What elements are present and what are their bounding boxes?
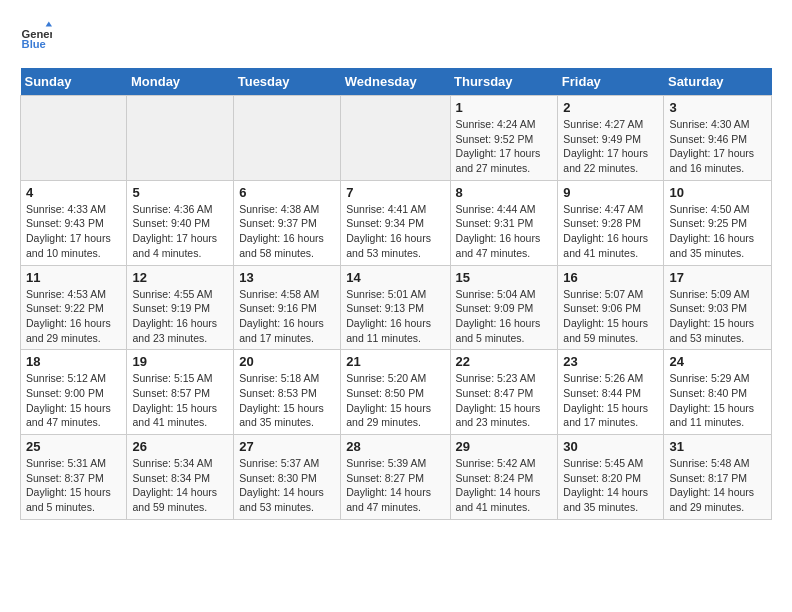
day-info: Sunrise: 4:53 AM Sunset: 9:22 PM Dayligh… — [26, 287, 121, 346]
day-info: Sunrise: 4:24 AM Sunset: 9:52 PM Dayligh… — [456, 117, 553, 176]
calendar-week-row: 4Sunrise: 4:33 AM Sunset: 9:43 PM Daylig… — [21, 180, 772, 265]
calendar-cell: 1Sunrise: 4:24 AM Sunset: 9:52 PM Daylig… — [450, 96, 558, 181]
day-info: Sunrise: 5:20 AM Sunset: 8:50 PM Dayligh… — [346, 371, 444, 430]
day-number: 15 — [456, 270, 553, 285]
weekday-header-monday: Monday — [127, 68, 234, 96]
weekday-header-tuesday: Tuesday — [234, 68, 341, 96]
day-number: 16 — [563, 270, 658, 285]
day-number: 11 — [26, 270, 121, 285]
calendar-cell: 26Sunrise: 5:34 AM Sunset: 8:34 PM Dayli… — [127, 435, 234, 520]
day-number: 17 — [669, 270, 766, 285]
day-number: 14 — [346, 270, 444, 285]
day-number: 29 — [456, 439, 553, 454]
calendar-cell: 14Sunrise: 5:01 AM Sunset: 9:13 PM Dayli… — [341, 265, 450, 350]
day-info: Sunrise: 4:38 AM Sunset: 9:37 PM Dayligh… — [239, 202, 335, 261]
day-number: 5 — [132, 185, 228, 200]
day-number: 27 — [239, 439, 335, 454]
calendar-cell: 29Sunrise: 5:42 AM Sunset: 8:24 PM Dayli… — [450, 435, 558, 520]
day-number: 7 — [346, 185, 444, 200]
calendar-cell: 12Sunrise: 4:55 AM Sunset: 9:19 PM Dayli… — [127, 265, 234, 350]
day-info: Sunrise: 4:30 AM Sunset: 9:46 PM Dayligh… — [669, 117, 766, 176]
day-info: Sunrise: 4:55 AM Sunset: 9:19 PM Dayligh… — [132, 287, 228, 346]
day-info: Sunrise: 4:47 AM Sunset: 9:28 PM Dayligh… — [563, 202, 658, 261]
day-info: Sunrise: 4:36 AM Sunset: 9:40 PM Dayligh… — [132, 202, 228, 261]
calendar-cell: 6Sunrise: 4:38 AM Sunset: 9:37 PM Daylig… — [234, 180, 341, 265]
day-number: 4 — [26, 185, 121, 200]
calendar-cell: 8Sunrise: 4:44 AM Sunset: 9:31 PM Daylig… — [450, 180, 558, 265]
calendar-cell: 3Sunrise: 4:30 AM Sunset: 9:46 PM Daylig… — [664, 96, 772, 181]
calendar-cell: 20Sunrise: 5:18 AM Sunset: 8:53 PM Dayli… — [234, 350, 341, 435]
day-info: Sunrise: 4:44 AM Sunset: 9:31 PM Dayligh… — [456, 202, 553, 261]
day-info: Sunrise: 4:41 AM Sunset: 9:34 PM Dayligh… — [346, 202, 444, 261]
calendar-cell: 31Sunrise: 5:48 AM Sunset: 8:17 PM Dayli… — [664, 435, 772, 520]
calendar-cell: 23Sunrise: 5:26 AM Sunset: 8:44 PM Dayli… — [558, 350, 664, 435]
calendar-cell — [21, 96, 127, 181]
day-number: 23 — [563, 354, 658, 369]
day-info: Sunrise: 5:01 AM Sunset: 9:13 PM Dayligh… — [346, 287, 444, 346]
day-number: 1 — [456, 100, 553, 115]
weekday-header-sunday: Sunday — [21, 68, 127, 96]
calendar-cell — [127, 96, 234, 181]
day-info: Sunrise: 5:42 AM Sunset: 8:24 PM Dayligh… — [456, 456, 553, 515]
day-info: Sunrise: 5:29 AM Sunset: 8:40 PM Dayligh… — [669, 371, 766, 430]
calendar-week-row: 18Sunrise: 5:12 AM Sunset: 9:00 PM Dayli… — [21, 350, 772, 435]
day-info: Sunrise: 5:45 AM Sunset: 8:20 PM Dayligh… — [563, 456, 658, 515]
day-info: Sunrise: 5:39 AM Sunset: 8:27 PM Dayligh… — [346, 456, 444, 515]
calendar-week-row: 11Sunrise: 4:53 AM Sunset: 9:22 PM Dayli… — [21, 265, 772, 350]
day-info: Sunrise: 4:50 AM Sunset: 9:25 PM Dayligh… — [669, 202, 766, 261]
calendar-cell — [234, 96, 341, 181]
day-number: 31 — [669, 439, 766, 454]
day-number: 26 — [132, 439, 228, 454]
calendar-cell: 7Sunrise: 4:41 AM Sunset: 9:34 PM Daylig… — [341, 180, 450, 265]
day-number: 22 — [456, 354, 553, 369]
day-number: 10 — [669, 185, 766, 200]
day-number: 20 — [239, 354, 335, 369]
svg-marker-2 — [46, 22, 52, 27]
day-info: Sunrise: 5:31 AM Sunset: 8:37 PM Dayligh… — [26, 456, 121, 515]
day-number: 12 — [132, 270, 228, 285]
day-info: Sunrise: 5:12 AM Sunset: 9:00 PM Dayligh… — [26, 371, 121, 430]
calendar-cell: 13Sunrise: 4:58 AM Sunset: 9:16 PM Dayli… — [234, 265, 341, 350]
day-info: Sunrise: 5:23 AM Sunset: 8:47 PM Dayligh… — [456, 371, 553, 430]
calendar-cell: 30Sunrise: 5:45 AM Sunset: 8:20 PM Dayli… — [558, 435, 664, 520]
day-info: Sunrise: 5:26 AM Sunset: 8:44 PM Dayligh… — [563, 371, 658, 430]
calendar-cell: 21Sunrise: 5:20 AM Sunset: 8:50 PM Dayli… — [341, 350, 450, 435]
day-info: Sunrise: 4:58 AM Sunset: 9:16 PM Dayligh… — [239, 287, 335, 346]
calendar-cell: 16Sunrise: 5:07 AM Sunset: 9:06 PM Dayli… — [558, 265, 664, 350]
weekday-header-friday: Friday — [558, 68, 664, 96]
day-info: Sunrise: 5:04 AM Sunset: 9:09 PM Dayligh… — [456, 287, 553, 346]
calendar-cell: 28Sunrise: 5:39 AM Sunset: 8:27 PM Dayli… — [341, 435, 450, 520]
day-info: Sunrise: 5:37 AM Sunset: 8:30 PM Dayligh… — [239, 456, 335, 515]
svg-text:Blue: Blue — [22, 38, 46, 50]
day-number: 28 — [346, 439, 444, 454]
day-info: Sunrise: 4:33 AM Sunset: 9:43 PM Dayligh… — [26, 202, 121, 261]
page-header: General Blue — [20, 20, 772, 52]
calendar-body: 1Sunrise: 4:24 AM Sunset: 9:52 PM Daylig… — [21, 96, 772, 520]
calendar-cell: 4Sunrise: 4:33 AM Sunset: 9:43 PM Daylig… — [21, 180, 127, 265]
day-number: 19 — [132, 354, 228, 369]
day-number: 3 — [669, 100, 766, 115]
calendar-cell: 2Sunrise: 4:27 AM Sunset: 9:49 PM Daylig… — [558, 96, 664, 181]
day-number: 8 — [456, 185, 553, 200]
calendar-week-row: 1Sunrise: 4:24 AM Sunset: 9:52 PM Daylig… — [21, 96, 772, 181]
calendar-table: SundayMondayTuesdayWednesdayThursdayFrid… — [20, 68, 772, 520]
calendar-cell: 27Sunrise: 5:37 AM Sunset: 8:30 PM Dayli… — [234, 435, 341, 520]
logo-icon: General Blue — [20, 20, 52, 52]
calendar-cell: 11Sunrise: 4:53 AM Sunset: 9:22 PM Dayli… — [21, 265, 127, 350]
calendar-cell: 22Sunrise: 5:23 AM Sunset: 8:47 PM Dayli… — [450, 350, 558, 435]
calendar-cell: 10Sunrise: 4:50 AM Sunset: 9:25 PM Dayli… — [664, 180, 772, 265]
day-info: Sunrise: 5:07 AM Sunset: 9:06 PM Dayligh… — [563, 287, 658, 346]
day-number: 9 — [563, 185, 658, 200]
day-info: Sunrise: 5:09 AM Sunset: 9:03 PM Dayligh… — [669, 287, 766, 346]
calendar-cell: 9Sunrise: 4:47 AM Sunset: 9:28 PM Daylig… — [558, 180, 664, 265]
calendar-cell: 5Sunrise: 4:36 AM Sunset: 9:40 PM Daylig… — [127, 180, 234, 265]
day-info: Sunrise: 5:34 AM Sunset: 8:34 PM Dayligh… — [132, 456, 228, 515]
calendar-cell: 19Sunrise: 5:15 AM Sunset: 8:57 PM Dayli… — [127, 350, 234, 435]
calendar-cell: 17Sunrise: 5:09 AM Sunset: 9:03 PM Dayli… — [664, 265, 772, 350]
calendar-cell: 15Sunrise: 5:04 AM Sunset: 9:09 PM Dayli… — [450, 265, 558, 350]
day-info: Sunrise: 5:18 AM Sunset: 8:53 PM Dayligh… — [239, 371, 335, 430]
weekday-header-saturday: Saturday — [664, 68, 772, 96]
calendar-header-row: SundayMondayTuesdayWednesdayThursdayFrid… — [21, 68, 772, 96]
day-number: 21 — [346, 354, 444, 369]
logo: General Blue — [20, 20, 52, 52]
